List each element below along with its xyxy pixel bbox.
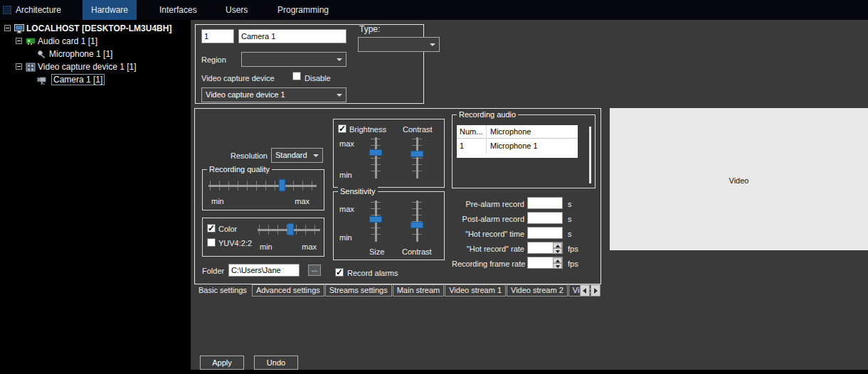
folder-label: Folder <box>202 267 224 275</box>
capture-device-select[interactable]: Video capture device 1 <box>201 87 346 102</box>
slider-thumb[interactable] <box>369 216 382 223</box>
recording-quality-slider[interactable] <box>208 178 317 193</box>
device-number-input[interactable] <box>201 29 234 43</box>
brightness-contrast-group: Brightness Contrast max min <box>333 119 445 188</box>
menu-architecture[interactable]: Architecture <box>7 0 70 20</box>
menu-interfaces[interactable]: Interfaces <box>151 0 206 20</box>
contrast-slider[interactable] <box>409 137 425 178</box>
menu-programming[interactable]: Programming <box>269 0 337 20</box>
sensitivity-size-slider[interactable] <box>368 201 383 242</box>
slider-thumb[interactable] <box>369 149 382 156</box>
min-label: min <box>339 171 352 179</box>
tree-label-video-capture[interactable]: Video capture device 1 [1] <box>38 62 137 72</box>
brightness-slider[interactable] <box>368 137 383 178</box>
post-alarm-record-input[interactable] <box>527 212 563 224</box>
bottom-bar <box>0 370 868 374</box>
contrast-label: Contrast <box>403 125 433 134</box>
slider-thumb[interactable] <box>411 151 423 157</box>
hot-record-rate-label: "Hot record" rate <box>452 245 524 253</box>
recording-frame-rate-label: Recording frame rate <box>452 260 524 268</box>
table-header: Num...Microphone <box>457 125 578 139</box>
color-checkbox[interactable] <box>207 224 216 233</box>
min-label: min <box>211 197 224 205</box>
max-label: max <box>302 242 317 251</box>
sensitivity-contrast-slider[interactable] <box>409 201 425 242</box>
pre-alarm-record-input[interactable] <box>527 197 563 209</box>
tree-label-audio-card[interactable]: Audio card 1 [1] <box>38 36 97 46</box>
tab-video-stream-1[interactable]: Video stream 1 <box>445 284 506 296</box>
min-label: min <box>260 242 272 251</box>
tab-scroll-right-button[interactable] <box>591 284 600 296</box>
brightness-checkbox[interactable] <box>338 124 346 133</box>
record-alarms-checkbox[interactable] <box>335 268 344 277</box>
chevron-down-icon <box>430 43 435 46</box>
yuv-checkbox[interactable] <box>207 238 216 247</box>
resolution-select[interactable]: Standard <box>271 148 323 163</box>
video-capture-device-icon <box>26 62 36 71</box>
tree-node-video-capture[interactable]: Video capture device 1 [1] <box>0 60 191 73</box>
microphone-icon <box>37 49 47 58</box>
tree-label-localhost[interactable]: LOCALHOST [DESKTOP-LM3U4BH] <box>26 23 171 33</box>
menu-hardware[interactable]: Hardware <box>83 0 137 20</box>
recording-audio-table[interactable]: Num...Microphone 1Microphone 1 <box>457 125 578 158</box>
tree-node-microphone[interactable]: Microphone 1 [1] <box>0 48 191 60</box>
yuv-label: YUV4:2:2 <box>218 239 252 247</box>
video-preview-panel: Video <box>610 108 868 250</box>
tab-video-stream-2[interactable]: Video stream 2 <box>507 284 568 296</box>
collapse-icon[interactable] <box>16 63 22 70</box>
slider-thumb[interactable] <box>279 179 285 191</box>
collapse-icon[interactable] <box>4 25 11 31</box>
brightness-label: Brightness <box>349 125 386 134</box>
max-label: max <box>339 205 354 213</box>
collapse-icon[interactable] <box>16 38 22 44</box>
spin-down-icon[interactable] <box>553 248 562 254</box>
type-label: Type: <box>359 24 380 34</box>
tab-advanced-settings[interactable]: Advanced settings <box>252 284 324 296</box>
table-row[interactable]: 1Microphone 1 <box>457 139 578 154</box>
color-slider[interactable] <box>258 223 320 237</box>
hot-record-rate-spinner[interactable] <box>553 242 562 254</box>
group-title: Recording quality <box>207 164 272 174</box>
unit-label: s <box>568 200 572 208</box>
table-scrollbar[interactable] <box>589 127 591 183</box>
tab-main-stream[interactable]: Main stream <box>393 284 445 296</box>
tree-node-audio-card[interactable]: Audio card 1 [1] <box>0 35 191 48</box>
unit-label: fps <box>568 245 578 253</box>
spin-down-icon[interactable] <box>553 263 562 269</box>
hot-record-time-label: "Hot record" time <box>452 230 524 238</box>
folder-input[interactable] <box>228 264 300 277</box>
disable-checkbox[interactable] <box>292 72 301 80</box>
tree-label-microphone[interactable]: Microphone 1 [1] <box>49 49 112 59</box>
device-tree: LOCALHOST [DESKTOP-LM3U4BH] Audio card 1… <box>0 20 191 374</box>
undo-button[interactable]: Undo <box>254 356 298 370</box>
menu-bar: Architecture Hardware Interfaces Users P… <box>0 0 868 20</box>
color-label: Color <box>218 225 237 233</box>
tree-node-localhost[interactable]: LOCALHOST [DESKTOP-LM3U4BH] <box>0 22 191 35</box>
cell-num: 1 <box>457 139 487 154</box>
tree-node-camera[interactable]: Camera 1 [1] <box>0 73 191 86</box>
spin-up-icon[interactable] <box>553 257 562 263</box>
region-select[interactable] <box>241 52 346 67</box>
slider-thumb[interactable] <box>287 223 294 235</box>
type-select[interactable] <box>358 37 440 52</box>
record-alarms-label: Record alarms <box>347 269 398 277</box>
tree-label-camera[interactable]: Camera 1 [1] <box>51 74 105 85</box>
video-preview-label: Video <box>610 176 868 185</box>
region-label: Region <box>201 55 226 64</box>
device-name-input[interactable] <box>238 29 346 43</box>
capture-device-value: Video capture device 1 <box>206 90 285 99</box>
hot-record-time-input[interactable] <box>527 227 563 239</box>
tab-scroll-left-button[interactable] <box>580 284 590 296</box>
tab-streams-settings[interactable]: Streams settings <box>325 284 392 296</box>
unit-label: fps <box>568 260 578 268</box>
disable-label: Disable <box>305 74 331 82</box>
min-label: min <box>339 233 352 242</box>
slider-thumb[interactable] <box>411 222 423 228</box>
apply-button[interactable]: Apply <box>200 356 244 370</box>
browse-button[interactable]: ... <box>308 265 321 276</box>
recording-frame-rate-spinner[interactable] <box>553 257 562 269</box>
resolution-label: Resolution <box>223 151 268 160</box>
tab-basic-settings[interactable]: Basic settings <box>194 284 251 296</box>
spin-up-icon[interactable] <box>553 242 562 248</box>
menu-users[interactable]: Users <box>217 0 256 20</box>
